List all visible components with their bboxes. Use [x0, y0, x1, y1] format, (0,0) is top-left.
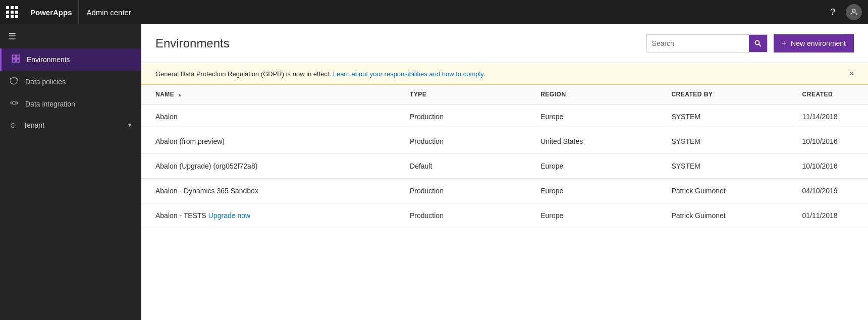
help-button[interactable]: ? [824, 3, 842, 21]
col-header-created-by[interactable]: CREATED BY [657, 85, 788, 104]
cell-created-by: SYSTEM [657, 104, 788, 129]
page-title: Environments [155, 36, 230, 50]
cell-created: 10/10/2016 [788, 154, 868, 179]
waffle-icon [6, 6, 18, 18]
svg-line-10 [758, 44, 761, 47]
cell-region: Europe [526, 179, 657, 203]
environments-table: NAME ▲ TYPE REGION CREATED BY CREATED Ab… [141, 85, 868, 228]
table-header-row: NAME ▲ TYPE REGION CREATED BY CREATED [141, 85, 868, 104]
cell-created: 10/10/2016 [788, 129, 868, 154]
table-row[interactable]: Abalon (from preview)ProductionUnited St… [141, 129, 868, 154]
data-integration-icon [10, 99, 18, 109]
sidebar-item-data-integration[interactable]: Data integration [0, 93, 141, 115]
waffle-button[interactable] [0, 0, 24, 24]
gdpr-close-button[interactable]: × [849, 69, 854, 78]
sidebar: ☰ Environments Data policies [0, 24, 141, 320]
svg-line-7 [13, 101, 16, 102]
col-header-name[interactable]: NAME ▲ [141, 85, 396, 104]
data-integration-label: Data integration [25, 100, 75, 108]
table-row[interactable]: AbalonProductionEuropeSYSTEM11/14/2018 [141, 104, 868, 129]
environments-label: Environments [27, 56, 70, 64]
cell-name: Abalon - Dynamics 365 Sandbox [141, 179, 396, 203]
cell-name: Abalon [141, 104, 396, 129]
cell-created: 01/11/2018 [788, 203, 868, 228]
new-environment-label: New environment [791, 39, 846, 47]
sidebar-item-data-policies[interactable]: Data policies [0, 71, 141, 93]
tenant-chevron-icon: ▾ [128, 122, 131, 129]
svg-rect-3 [12, 59, 15, 62]
gdpr-message: General Data Protection Regulation (GDPR… [155, 70, 485, 78]
svg-point-6 [16, 102, 18, 104]
search-input[interactable] [647, 35, 749, 52]
svg-point-5 [11, 102, 13, 104]
app-name: PowerApps [24, 0, 79, 24]
col-header-region[interactable]: REGION [526, 85, 657, 104]
data-policies-icon [10, 77, 18, 87]
gdpr-banner: General Data Protection Regulation (GDPR… [141, 63, 868, 85]
tenant-left: ⊙ Tenant [10, 121, 44, 129]
cell-created-by: Patrick Guimonet [657, 179, 788, 203]
cell-region: Europe [526, 154, 657, 179]
topbar-right: ? [824, 3, 868, 21]
tenant-icon: ⊙ [10, 121, 16, 129]
new-environment-button[interactable]: + New environment [774, 34, 854, 52]
cell-created: 11/14/2018 [788, 104, 868, 129]
table-row[interactable]: Abalon (Upgrade) (org052f72a8)DefaultEur… [141, 154, 868, 179]
sidebar-item-tenant[interactable]: ⊙ Tenant ▾ [0, 115, 141, 135]
cell-created: 04/10/2019 [788, 179, 868, 203]
cell-type: Production [396, 129, 526, 154]
svg-rect-2 [16, 55, 19, 58]
upgrade-now-link[interactable]: Upgrade now [208, 211, 250, 220]
data-policies-label: Data policies [25, 78, 66, 86]
svg-rect-4 [16, 59, 19, 62]
content-area: Environments + New environment [141, 24, 868, 320]
cell-name: Abalon (Upgrade) (org052f72a8) [141, 154, 396, 179]
cell-region: United States [526, 129, 657, 154]
col-header-type[interactable]: TYPE [396, 85, 526, 104]
environments-table-container: NAME ▲ TYPE REGION CREATED BY CREATED Ab… [141, 85, 868, 320]
svg-rect-1 [12, 55, 15, 58]
table-row[interactable]: Abalon - Dynamics 365 SandboxProductionE… [141, 179, 868, 203]
cell-region: Europe [526, 104, 657, 129]
sidebar-item-environments[interactable]: Environments [0, 48, 141, 71]
cell-created-by: SYSTEM [657, 129, 788, 154]
user-avatar[interactable] [846, 4, 862, 20]
cell-type: Default [396, 154, 526, 179]
cell-created-by: Patrick Guimonet [657, 203, 788, 228]
cell-name: Abalon (from preview) [141, 129, 396, 154]
svg-point-9 [755, 41, 759, 45]
search-box [646, 34, 768, 52]
search-button[interactable] [749, 35, 767, 52]
svg-line-8 [13, 104, 16, 105]
svg-point-0 [852, 9, 855, 12]
cell-created-by: SYSTEM [657, 154, 788, 179]
gdpr-link[interactable]: Learn about your responsibilities and ho… [333, 70, 485, 78]
cell-name: Abalon - TESTS Upgrade now [141, 203, 396, 228]
hamburger-button[interactable]: ☰ [0, 24, 141, 48]
cell-type: Production [396, 104, 526, 129]
cell-type: Production [396, 179, 526, 203]
section-name: Admin center [79, 8, 139, 17]
sort-arrow-icon: ▲ [177, 92, 182, 97]
plus-icon: + [782, 38, 787, 49]
cell-region: Europe [526, 203, 657, 228]
main-layout: ☰ Environments Data policies [0, 24, 868, 320]
col-header-created[interactable]: CREATED [788, 85, 868, 104]
environments-icon [12, 55, 20, 65]
content-header: Environments + New environment [141, 24, 868, 63]
hamburger-icon: ☰ [8, 31, 16, 42]
tenant-label: Tenant [23, 121, 44, 129]
topbar: PowerApps Admin center ? [0, 0, 868, 24]
header-actions: + New environment [646, 34, 854, 52]
cell-type: Production [396, 203, 526, 228]
table-row[interactable]: Abalon - TESTS Upgrade nowProductionEuro… [141, 203, 868, 228]
